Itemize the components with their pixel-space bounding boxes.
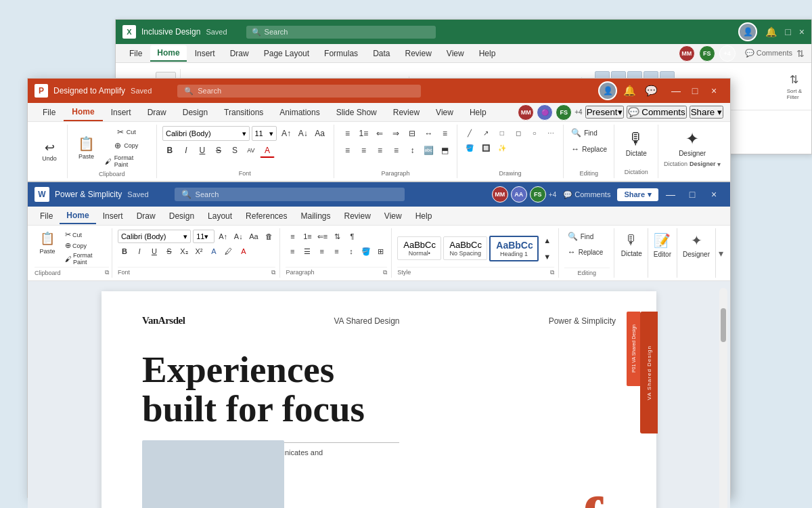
ppt-close-btn[interactable]: × <box>704 81 723 100</box>
ppt-designer-btn[interactable]: ✦ Designer <box>675 127 709 159</box>
ppt-strikethrough-btn[interactable]: S <box>211 143 226 158</box>
word-highlight-btn[interactable]: 🖊 <box>222 245 235 258</box>
word-tab-view[interactable]: View <box>378 209 409 224</box>
word-align-right[interactable]: ≡ <box>315 245 329 258</box>
word-strike-btn[interactable]: S <box>162 245 176 258</box>
ppt-comment-icon-btn[interactable]: 💬 <box>642 83 660 98</box>
ppt-tab-view[interactable]: View <box>428 103 461 121</box>
word-align-justify[interactable]: ≡ <box>330 245 344 258</box>
ppt-search-bar[interactable]: 🔍 Search <box>177 85 421 98</box>
word-size-select[interactable]: 11▾ <box>193 230 215 243</box>
ppt-align-l2[interactable]: ≡ <box>340 143 355 158</box>
excel-tab-help[interactable]: Help <box>472 46 503 61</box>
word-style-normal[interactable]: AaBbCc Normal• <box>397 236 441 260</box>
word-comments-btn[interactable]: 💬 Comments <box>559 188 614 201</box>
word-sub-btn[interactable]: X₂ <box>177 245 191 258</box>
ppt-tab-home[interactable]: Home <box>64 103 102 121</box>
ppt-dictate-btn[interactable]: 🎙 Dictate <box>623 127 650 159</box>
ppt-notify-btn[interactable]: 🔔 <box>621 83 639 98</box>
excel-search-box[interactable]: 🔍 Search <box>246 26 436 39</box>
ppt-replace-btn[interactable]: ↔ Replace <box>568 142 610 156</box>
word-underline-btn[interactable]: U <box>148 245 161 258</box>
word-charclear[interactable]: 🗑 <box>263 230 276 243</box>
ppt-space-btn[interactable]: AV <box>244 143 258 158</box>
word-border-btn[interactable]: ⊞ <box>374 245 388 258</box>
word-font-expand[interactable]: ⧉ <box>271 269 275 276</box>
word-align-left[interactable]: ≡ <box>286 245 299 258</box>
excel-minimize-btn[interactable]: 🔔 <box>765 26 777 37</box>
word-tab-insert[interactable]: Insert <box>96 209 130 224</box>
word-copy-btn[interactable]: ⊕Copy <box>63 240 109 251</box>
word-tab-home[interactable]: Home <box>60 208 95 224</box>
word-tab-design[interactable]: Design <box>162 209 201 224</box>
draw-more[interactable]: ⋯ <box>544 126 558 140</box>
word-clear-fmt[interactable]: Aa <box>247 230 261 243</box>
ppt-list-btn[interactable]: ≡ <box>340 126 355 141</box>
ppt-align-c[interactable]: ≡ <box>356 143 371 158</box>
excel-tab-draw[interactable]: Draw <box>223 46 256 61</box>
word-fmtpaint-btn[interactable]: 🖌Format Paint <box>63 251 109 266</box>
ppt-size-select[interactable]: 11▾ <box>252 126 277 141</box>
ppt-copy-btn[interactable]: ⊕ Copy <box>102 140 151 152</box>
ppt-tab-slideshow[interactable]: Slide Show <box>328 103 385 121</box>
ppt-tab-transitions[interactable]: Transitions <box>216 103 271 121</box>
ppt-present-btn[interactable]: Present▾ <box>585 106 624 119</box>
ppt-formatpaint-btn[interactable]: 🖌 Format Paint <box>102 153 151 169</box>
excel-close-btn[interactable]: × <box>799 26 805 37</box>
doc-pdf-tab[interactable]: P01 VA Shared Design <box>627 312 640 386</box>
ppt-linespace[interactable]: ↕ <box>405 143 420 158</box>
excel-tab-formulas[interactable]: Formulas <box>317 46 365 61</box>
excel-tab-review[interactable]: Review <box>398 46 438 61</box>
ppt-bold-btn[interactable]: B <box>162 143 177 158</box>
word-tab-layout[interactable]: Layout <box>201 209 239 224</box>
ppt-underline-btn[interactable]: U <box>195 143 210 158</box>
draw-rect2[interactable]: ◻ <box>512 126 525 140</box>
word-ul-btn[interactable]: ≡ <box>286 230 299 243</box>
ppt-decrease-indent[interactable]: ⇐ <box>372 126 387 141</box>
word-find-btn[interactable]: 🔍 Find <box>564 230 610 243</box>
word-tab-mailings[interactable]: Mailings <box>294 209 337 224</box>
ppt-comments-btn[interactable]: 💬 Comments <box>627 106 687 119</box>
ppt-align-left[interactable]: ≡ <box>437 126 452 141</box>
excel-restore-btn[interactable]: □ <box>785 26 790 37</box>
excel-tab-file[interactable]: File <box>122 46 149 61</box>
word-fontcolor-btn[interactable]: A <box>207 245 221 258</box>
word-replace-btn[interactable]: ↔ Replace <box>564 245 610 259</box>
word-share-btn[interactable]: Share ▾ <box>617 188 658 201</box>
word-search-bar[interactable]: 🔍 Search <box>175 188 405 201</box>
ppt-increase-indent[interactable]: ⇒ <box>388 126 403 141</box>
ppt-shadow-btn[interactable]: S <box>227 143 242 158</box>
word-para-expand[interactable]: ⧉ <box>383 269 387 276</box>
word-para-marks[interactable]: ¶ <box>345 230 359 243</box>
word-cut-btn[interactable]: ✂Cut <box>63 230 109 240</box>
ppt-share-btn[interactable]: Share ▾ <box>690 106 723 119</box>
ppt-tab-insert[interactable]: Insert <box>103 103 139 121</box>
ppt-font-select[interactable]: Calibri (Body)▾ <box>162 126 250 141</box>
word-align-center[interactable]: ☰ <box>300 245 314 258</box>
ppt-restore-btn[interactable]: □ <box>685 81 704 100</box>
ppt-clear-format[interactable]: Aa <box>313 126 328 141</box>
word-tab-help[interactable]: Help <box>409 209 439 224</box>
ppt-tab-review[interactable]: Review <box>385 103 428 121</box>
word-shading-btn[interactable]: 🪣 <box>359 245 373 258</box>
word-sup-btn[interactable]: X² <box>192 245 206 258</box>
ppt-find-btn[interactable]: 🔍 Find <box>568 126 610 140</box>
word-styles-up[interactable]: ▲ <box>541 234 554 247</box>
word-tab-file[interactable]: File <box>33 209 60 224</box>
word-restore-btn[interactable]: □ <box>683 185 702 204</box>
ppt-undo-btn[interactable]: ↩ Undo <box>37 140 62 164</box>
word-bold-btn[interactable]: B <box>118 245 131 258</box>
excel-tab-view[interactable]: View <box>440 46 471 61</box>
excel-tab-home[interactable]: Home <box>150 45 186 62</box>
word-paste-btn[interactable]: 📋 Paste <box>35 230 60 257</box>
ppt-cut-btn[interactable]: ✂ Cut <box>102 126 151 138</box>
excel-tab-data[interactable]: Data <box>366 46 397 61</box>
word-linespace-btn[interactable]: ↕ <box>344 245 358 258</box>
ppt-tab-draw[interactable]: Draw <box>139 103 175 121</box>
word-sort-btn[interactable]: ⇅ <box>330 230 344 243</box>
word-clipboard-expand[interactable]: ⧉ <box>105 269 109 276</box>
ppt-paste-btn[interactable]: 📋 Paste <box>73 133 100 162</box>
excel-tab-insert[interactable]: Insert <box>188 46 222 61</box>
ppt-convtext[interactable]: ⬒ <box>437 143 452 158</box>
scroll-thumb[interactable] <box>721 308 726 342</box>
